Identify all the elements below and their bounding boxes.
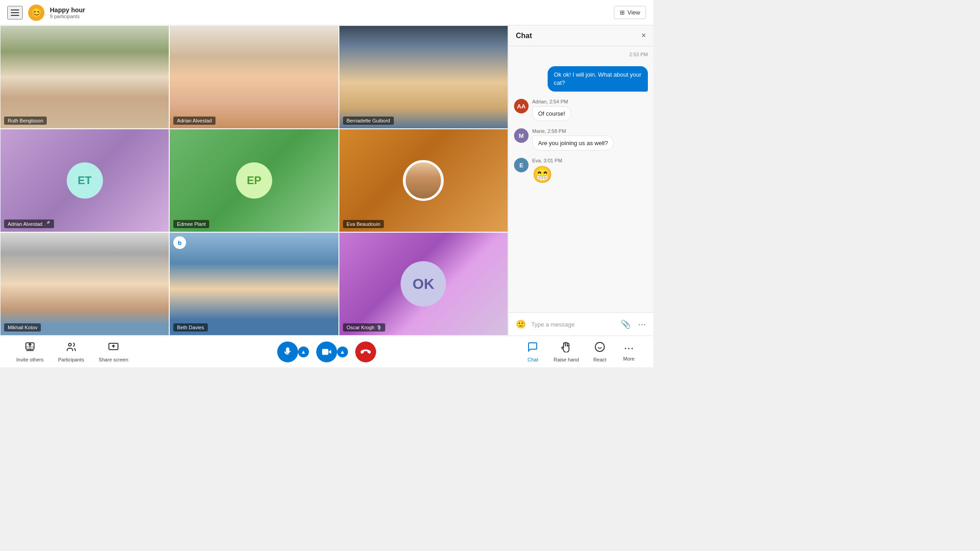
message-eva: E Eva, 3:01 PM 😁 (514, 158, 648, 184)
view-grid-icon: ⊞ (620, 9, 625, 16)
header-right: ⊞ View (614, 6, 646, 19)
react-label: React (593, 357, 607, 362)
hamburger-menu[interactable] (7, 6, 23, 20)
chat-toolbar-button[interactable]: Chat (519, 338, 546, 366)
invite-icon (24, 341, 35, 355)
video-cell-et: ET Adrian Alvestad 🎤 (0, 129, 169, 232)
participant-label-oscar: Oscar Krogh 🎙️ (343, 323, 386, 332)
mic-chevron[interactable]: ▲ (298, 346, 309, 357)
view-label: View (627, 9, 640, 16)
video-cell-bernadette: Bernadette Guibord (339, 25, 508, 129)
msg-sender-adrian: Adrian, 2:54 PM (532, 99, 571, 104)
avatar-cell-ep: EP (170, 129, 338, 232)
chat-input[interactable] (531, 321, 615, 328)
msg-emoji-eva: 😁 (532, 165, 562, 184)
participant-label-mikhail: Mikhail Kotov (4, 323, 41, 332)
participants-icon (66, 341, 77, 355)
video-button[interactable] (316, 341, 337, 362)
video-cell-beth: b Beth Davies (169, 232, 338, 336)
message-marie: M Marie, 2:58 PM Are you joining us as w… (514, 128, 648, 151)
person-visual-adrian (170, 26, 338, 128)
video-cell-eva: Eva Beaudouin (339, 129, 508, 232)
participant-name-mikhail: Mikhail Kotov (8, 325, 37, 330)
invite-button[interactable]: Invite others (11, 338, 49, 366)
msg-sender-marie: Marie, 2:58 PM (532, 128, 614, 134)
video-cell-oscar: OK Oscar Krogh 🎙️ (339, 232, 508, 336)
raise-hand-label: Raise hand (554, 357, 579, 362)
participant-label-adrian-group: Adrian Alvestad (173, 117, 215, 125)
invite-label: Invite others (16, 357, 44, 362)
avatar-cell-et: ET (0, 129, 169, 232)
participant-name-ep: Edmee Plant (177, 221, 206, 227)
toolbar-right: Chat Raise hand React ⋯ Mor (519, 338, 642, 366)
main-content: Ruth Bengtsson Adrian Alvestad Bernadett… (0, 25, 653, 336)
participant-label-beth: Beth Davies (173, 323, 207, 332)
emoji-button[interactable]: 🙂 (514, 317, 528, 331)
participant-name-et: Adrian Alvestad (8, 221, 42, 227)
video-grid: Ruth Bengtsson Adrian Alvestad Bernadett… (0, 25, 508, 336)
raise-hand-icon (561, 341, 572, 355)
person-visual-mikhail (0, 233, 169, 335)
meeting-icon: 😊 (28, 5, 44, 21)
participant-name-beth: Beth Davies (177, 325, 204, 330)
video-cell-adrian: Adrian Alvestad (169, 25, 338, 129)
toolbar-left: Invite others Participants Share screen (11, 338, 134, 366)
participants-count: 9 participants (50, 14, 85, 19)
attach-file-button[interactable]: 📎 (619, 317, 632, 331)
share-screen-button[interactable]: Share screen (93, 338, 133, 366)
avatar-cell-oscar: OK (339, 233, 508, 335)
person-visual-bernadette (339, 26, 508, 128)
view-button[interactable]: ⊞ View (614, 6, 646, 19)
more-icon: ⋯ (624, 342, 634, 354)
msg-bubble-adrian: Of course! (532, 106, 571, 121)
participant-label-ep: Edmee Plant (173, 220, 209, 228)
participant-label-eva: Eva Beaudouin (343, 220, 384, 228)
chat-toolbar-icon (527, 341, 538, 355)
raise-hand-button[interactable]: Raise hand (548, 338, 584, 366)
share-screen-icon (108, 341, 119, 355)
message-outgoing: Ok ok! I will join. What about your cat? (548, 66, 648, 92)
avatar-oscar: OK (401, 261, 446, 307)
avatar-cell-eva (339, 129, 508, 232)
svg-point-2 (69, 343, 71, 346)
chat-messages: 2:53 PM Ok ok! I will join. What about y… (509, 46, 653, 312)
hangup-button[interactable] (355, 341, 376, 362)
participant-name-eva: Eva Beaudouin (347, 221, 381, 227)
video-cell-mikhail: Mikhail Kotov (0, 232, 169, 336)
header: 😊 Happy hour 9 participants ⊞ View (0, 0, 653, 25)
video-chevron[interactable]: ▲ (337, 346, 348, 357)
meeting-info: Happy hour 9 participants (50, 6, 85, 19)
participant-name-bernadette: Bernadette Guibord (347, 118, 390, 123)
chat-input-area: 🙂 📎 ⋯ (509, 312, 653, 336)
participant-label-bernadette: Bernadette Guibord (343, 117, 394, 125)
react-button[interactable]: React (586, 338, 613, 366)
person-visual-ruth (0, 26, 169, 128)
participant-name-ruth: Ruth Bengtsson (8, 118, 43, 123)
header-left: 😊 Happy hour 9 participants (7, 5, 85, 21)
participant-label-et: Adrian Alvestad 🎤 (4, 219, 54, 228)
participants-button[interactable]: Participants (53, 338, 89, 366)
video-cell-ep: EP Edmee Plant (169, 129, 338, 232)
avatar-eva (403, 160, 444, 201)
participant-name-oscar: Oscar Krogh (347, 325, 375, 330)
msg-bubble-marie: Are you joining us as well? (532, 136, 614, 151)
msg-sender-eva: Eva, 3:01 PM (532, 158, 562, 163)
meeting-title: Happy hour (50, 6, 85, 14)
mic-button[interactable] (277, 341, 298, 362)
chat-toolbar-label: Chat (528, 357, 538, 362)
svg-rect-4 (322, 349, 328, 355)
share-screen-label: Share screen (98, 357, 128, 362)
bottom-toolbar: Invite others Participants Share screen (0, 336, 653, 367)
participants-label: Participants (58, 357, 84, 362)
msg-content-adrian: Adrian, 2:54 PM Of course! (532, 99, 571, 121)
person-visual-beth (170, 233, 338, 335)
more-options-button[interactable]: ⋯ (636, 317, 648, 331)
msg-content-marie: Marie, 2:58 PM Are you joining us as wel… (532, 128, 614, 151)
chat-close-button[interactable]: × (641, 31, 646, 40)
mic-off-icon: 🎤 (44, 221, 50, 227)
chat-header: Chat × (509, 25, 653, 46)
more-button[interactable]: ⋯ More (615, 339, 642, 365)
react-icon (594, 341, 605, 355)
avatar-ep: EP (236, 162, 272, 199)
mic-icon-oscar: 🎙️ (376, 325, 382, 330)
